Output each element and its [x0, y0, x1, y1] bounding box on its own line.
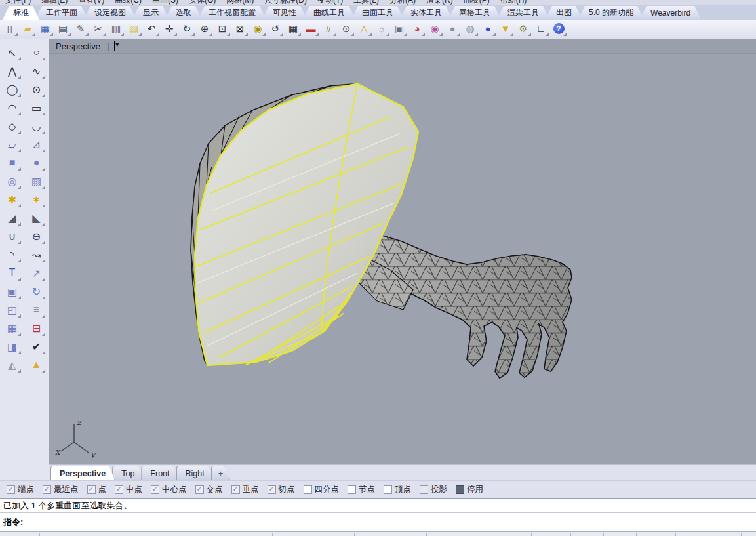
selection-filter-icon[interactable]: △: [355, 20, 372, 37]
check-icon[interactable]: ✔: [27, 337, 47, 356]
polygon-icon[interactable]: ◇: [3, 117, 22, 135]
save-icon[interactable]: ▦: [37, 20, 54, 37]
osnap-toggle[interactable]: ✓ 停用: [456, 484, 483, 495]
menu-item[interactable]: 尺寸标注(D): [264, 0, 307, 5]
copy-objects-icon[interactable]: ▣: [3, 282, 22, 300]
four-viewports-icon[interactable]: ▦: [285, 20, 302, 37]
vtab-perspective[interactable]: Perspective: [50, 466, 115, 480]
menu-item[interactable]: 曲面(S): [152, 0, 178, 5]
osnap-toggle[interactable]: ✓ 切点: [268, 484, 295, 495]
blend-curve-icon[interactable]: ◡: [27, 117, 47, 135]
chevron-down-icon[interactable]: ▼: [114, 41, 115, 51]
cut-icon[interactable]: ✂: [90, 20, 107, 37]
zoom-dynamic-icon[interactable]: ⊕: [196, 20, 213, 37]
patch-surface-icon[interactable]: ▨: [27, 172, 47, 190]
color-wheel-icon[interactable]: ◉: [426, 20, 443, 37]
vtab-front[interactable]: Front: [141, 466, 178, 480]
tab-weaverbird[interactable]: Weaverbird: [640, 6, 701, 20]
render-wedge-icon[interactable]: ◕: [408, 20, 426, 37]
options-gear-icon[interactable]: ⚙: [515, 20, 532, 37]
checkbox[interactable]: ✓: [420, 485, 428, 494]
tab-solid-tools[interactable]: 实体工具: [400, 6, 452, 20]
zoom-extents-icon[interactable]: ⊠: [231, 20, 249, 37]
osnap-toggle[interactable]: ✓ 点: [87, 484, 107, 495]
checkbox[interactable]: ✓: [43, 485, 51, 494]
checkbox[interactable]: ✓: [384, 485, 392, 494]
osnap-toggle[interactable]: ✓ 节点: [348, 484, 375, 495]
checkbox[interactable]: ✓: [151, 485, 159, 494]
pyramid-icon[interactable]: ▲: [27, 356, 47, 374]
text-tool-icon[interactable]: T: [3, 264, 22, 282]
command-line[interactable]: 指令:: [0, 512, 756, 531]
osnap-toggle[interactable]: ✓ 投影: [420, 484, 447, 495]
tab-render-tools[interactable]: 渲染工具: [497, 6, 549, 20]
menu-item[interactable]: 渲染(R): [426, 0, 453, 5]
menu-item[interactable]: 变动(T): [317, 0, 343, 5]
rendered-sphere-icon[interactable]: ●: [479, 20, 496, 37]
menu-item[interactable]: 帮助(H): [500, 0, 527, 5]
menu-item[interactable]: 曲线(C): [115, 0, 142, 5]
box-icon[interactable]: ■: [3, 154, 22, 172]
measure-icon[interactable]: ∟: [532, 20, 549, 37]
polyline-icon[interactable]: ⋀: [3, 62, 22, 80]
checkbox[interactable]: ✓: [348, 485, 356, 494]
spotlight-icon[interactable]: ▼: [497, 20, 514, 37]
menu-item[interactable]: 网格(M): [226, 0, 254, 5]
extrude-icon[interactable]: ◰: [3, 300, 22, 319]
menu-item[interactable]: 面板(P): [464, 0, 490, 5]
boolean-union-icon[interactable]: ∪: [3, 227, 22, 245]
osnap-toggle[interactable]: ✓ 垂点: [231, 484, 259, 495]
tab-select[interactable]: 选取: [165, 6, 202, 20]
circle-tool-icon[interactable]: ⊙: [338, 20, 355, 37]
shaded-sphere-icon[interactable]: ●: [444, 20, 461, 37]
viewport-title-bar[interactable]: Perspective | ▼: [49, 39, 756, 54]
vtab-top[interactable]: Top: [112, 466, 144, 480]
array-icon[interactable]: ▦: [3, 319, 22, 337]
print-icon[interactable]: ▤: [54, 20, 71, 37]
control-point-curve-icon[interactable]: ∿: [27, 62, 47, 80]
tab-cplane[interactable]: 工作平面: [35, 6, 88, 20]
tab-viewport-layout[interactable]: 工作视窗配置: [198, 6, 266, 20]
undo-icon[interactable]: ↶: [143, 20, 160, 37]
boolean-difference-icon[interactable]: ⊖: [27, 227, 47, 245]
circle-icon[interactable]: ◯: [3, 80, 22, 98]
tab-display[interactable]: 显示: [132, 6, 169, 20]
tab-surface-tools[interactable]: 曲面工具: [351, 6, 404, 20]
curve-fillet-icon[interactable]: ◝: [3, 245, 22, 264]
ghosted-sphere-icon[interactable]: ◍: [462, 20, 479, 37]
move-icon[interactable]: ↗: [27, 264, 47, 282]
select-pointer-icon[interactable]: ↖: [3, 43, 22, 62]
tab-new-in-v5[interactable]: 5.0 的新功能: [578, 6, 644, 20]
copy-icon[interactable]: ▥: [108, 20, 125, 37]
single-point-icon[interactable]: ○: [27, 43, 47, 62]
rotate-view-icon[interactable]: ↻: [178, 20, 195, 37]
rotate-icon[interactable]: ↻: [27, 282, 47, 300]
arc-icon[interactable]: ◠: [3, 98, 22, 117]
checkbox[interactable]: ✓: [115, 485, 123, 494]
ellipse-icon[interactable]: ⊙: [27, 80, 47, 98]
pan-icon[interactable]: ✛: [161, 20, 178, 37]
undo-view-icon[interactable]: ↺: [267, 20, 284, 37]
sphere-icon[interactable]: ●: [27, 154, 47, 172]
menu-item[interactable]: 工具(L): [353, 0, 379, 5]
named-view-car-icon[interactable]: ▬: [302, 20, 319, 37]
menu-item[interactable]: 分析(A): [389, 0, 416, 5]
checkbox[interactable]: ✓: [304, 485, 312, 494]
osnap-toggle[interactable]: ✓ 最近点: [43, 484, 79, 495]
extend-curve-icon[interactable]: ↝: [27, 245, 47, 264]
zoom-window-icon[interactable]: ⊡: [214, 20, 231, 37]
surface-from-points-icon[interactable]: ▱: [3, 135, 22, 154]
section-icon[interactable]: ⊟: [27, 319, 47, 337]
checkbox[interactable]: ✓: [268, 485, 276, 494]
checkbox[interactable]: ✓: [87, 485, 96, 494]
plan-view-icon[interactable]: #: [320, 20, 337, 37]
export-icon[interactable]: ✎: [72, 20, 89, 37]
cone-icon[interactable]: ◭: [3, 356, 22, 374]
explode-icon[interactable]: ✶: [27, 190, 47, 209]
group-icon[interactable]: ◨: [3, 337, 22, 356]
vtab-right[interactable]: Right: [176, 466, 214, 480]
mesh-scene[interactable]: [49, 54, 756, 464]
osnap-toggle[interactable]: ✓ 中心点: [151, 484, 187, 495]
paste-icon[interactable]: ▧: [125, 20, 142, 37]
checkbox[interactable]: ✓: [7, 485, 15, 494]
